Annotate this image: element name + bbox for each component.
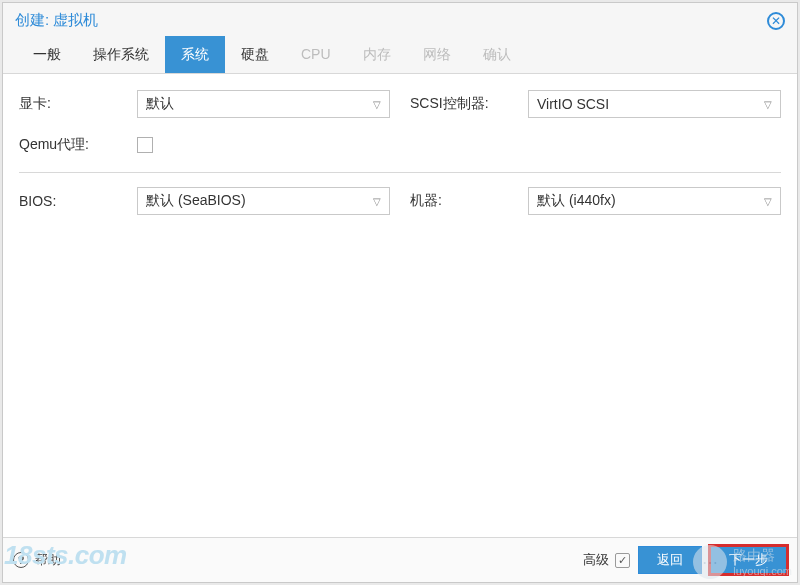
qemu-agent-label: Qemu代理: (19, 136, 131, 154)
qemu-agent-checkbox[interactable] (137, 137, 153, 153)
tab-memory: 内存 (347, 36, 407, 73)
dialog-title: 创建: 虚拟机 (15, 11, 98, 30)
machine-select[interactable]: 默认 (i440fx) ▽ (528, 187, 781, 215)
dialog-body: 显卡: 默认 ▽ SCSI控制器: VirtIO SCSI ▽ Qemu代理: (3, 74, 797, 537)
dialog-header: 创建: 虚拟机 ✕ (3, 3, 797, 36)
chevron-down-icon: ▽ (373, 99, 381, 110)
scsi-value: VirtIO SCSI (537, 96, 609, 112)
gpu-label: 显卡: (19, 95, 131, 113)
tab-disk[interactable]: 硬盘 (225, 36, 285, 73)
section-divider (19, 172, 781, 173)
machine-label: 机器: (410, 192, 522, 210)
gpu-value: 默认 (146, 95, 174, 113)
chevron-down-icon: ▽ (764, 99, 772, 110)
bios-select[interactable]: 默认 (SeaBIOS) ▽ (137, 187, 390, 215)
advanced-label: 高级 (583, 551, 609, 569)
dialog-footer: ? 帮助 高级 ✓ 返回 下一步 (3, 537, 797, 582)
scsi-select[interactable]: VirtIO SCSI ▽ (528, 90, 781, 118)
chevron-down-icon: ▽ (373, 196, 381, 207)
tab-confirm: 确认 (467, 36, 527, 73)
back-button[interactable]: 返回 (638, 546, 702, 574)
gpu-select[interactable]: 默认 ▽ (137, 90, 390, 118)
next-label: 下一步 (729, 551, 768, 569)
advanced-checkbox[interactable]: ✓ (615, 553, 630, 568)
advanced-toggle[interactable]: 高级 ✓ (583, 551, 630, 569)
machine-value: 默认 (i440fx) (537, 192, 616, 210)
bios-label: BIOS: (19, 193, 131, 209)
close-icon[interactable]: ✕ (767, 12, 785, 30)
tab-network: 网络 (407, 36, 467, 73)
tab-os[interactable]: 操作系统 (77, 36, 165, 73)
next-button[interactable]: 下一步 (710, 546, 787, 574)
tab-cpu: CPU (285, 36, 347, 73)
help-label: 帮助 (35, 551, 61, 569)
help-button[interactable]: ? 帮助 (13, 551, 61, 569)
bios-value: 默认 (SeaBIOS) (146, 192, 246, 210)
chevron-down-icon: ▽ (764, 196, 772, 207)
tab-system[interactable]: 系统 (165, 36, 225, 73)
create-vm-dialog: 创建: 虚拟机 ✕ 一般 操作系统 系统 硬盘 CPU 内存 网络 确认 显卡:… (2, 2, 798, 583)
wizard-tabs: 一般 操作系统 系统 硬盘 CPU 内存 网络 确认 (3, 36, 797, 74)
back-label: 返回 (657, 551, 683, 569)
scsi-label: SCSI控制器: (410, 95, 522, 113)
tab-general[interactable]: 一般 (17, 36, 77, 73)
help-icon: ? (13, 552, 29, 568)
